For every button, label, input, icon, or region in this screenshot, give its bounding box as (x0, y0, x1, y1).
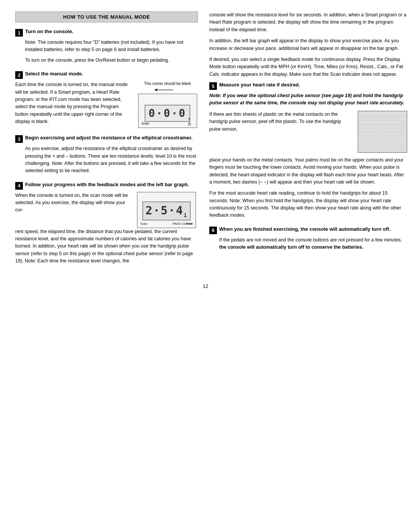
step2-image-area: This corner should be blank 0·0·0 Scan 🚶 (137, 81, 198, 128)
console-diagram2: 2·5·41 Scan Time PACE COACH (137, 192, 196, 228)
step5-bold-italic: Note: If you wear the optional chest pul… (209, 92, 407, 107)
console-diagram: 0·0·0 Scan 🚶 (138, 94, 197, 128)
step4-text: When the console is turned on, the scan … (15, 192, 133, 214)
step6-number: 6 (209, 227, 217, 234)
corner-label: This corner should be blank (144, 81, 191, 86)
page-number: 12 (15, 283, 396, 289)
step1-block: 1 Turn on the console. Note: The console… (15, 29, 198, 64)
step4-text-after: rent speed, the elapsed time, the distan… (15, 228, 198, 265)
step3-title: Begin exercising and adjust the resistan… (25, 135, 193, 141)
step6-para1-text: If the pedals are not moved and the cons… (219, 237, 402, 243)
step4-block: 4 Follow your progress with the feedback… (15, 182, 198, 265)
left-column: HOW TO USE THE MANUAL MODE 1 Turn on the… (15, 11, 198, 272)
step5-para-accurate: For the most accurate heart rate reading… (209, 190, 407, 219)
step3-para1: As you exercise, adjust the resistance o… (25, 145, 198, 175)
step2-text: Each time the console is turned on, the … (15, 81, 133, 125)
step2-block: 2 Select the manual mode. Each time the … (15, 71, 198, 128)
display-segment2: 2·5·41 (142, 201, 191, 220)
step4-number: 4 (15, 182, 23, 190)
step6-para1: If the pedals are not moved and the cons… (219, 236, 407, 251)
step2-inner: Each time the console is turned on, the … (15, 81, 198, 128)
step4-title: Follow your progress with the feedback m… (25, 182, 189, 187)
step3-content: As you exercise, adjust the resistance o… (25, 145, 198, 175)
right-para3: If desired, you can select a single feed… (209, 56, 407, 78)
step3-number: 3 (15, 135, 23, 143)
step5-block: 5 Measure your heart rate if desired. No… (209, 82, 407, 219)
step1-para2: To turn on the console, press the On/Res… (25, 57, 198, 64)
heart-text-after: place your hands on the metal contacts. … (209, 157, 407, 186)
scan-label2: Scan (140, 222, 147, 225)
heart-section: If there are thin sheets of plastic on t… (209, 111, 407, 153)
right-para1: console will show the resistance level f… (209, 11, 407, 34)
step1-title: Turn on the console. (25, 29, 73, 34)
svg-rect-2 (358, 111, 407, 152)
step3-block: 3 Begin exercising and adjust the resist… (15, 135, 198, 175)
step1-content: Note: The console requires four "D" batt… (25, 39, 198, 64)
step6-bold: the console will automatically turn off … (219, 244, 363, 250)
step5-number: 5 (209, 82, 217, 90)
heart-image: Metal Contacts (358, 111, 407, 153)
step4-inner: When the console is turned on, the scan … (15, 192, 198, 228)
display-segment: 0·0·0 (145, 105, 190, 122)
page-layout: HOW TO USE THE MANUAL MODE 1 Turn on the… (15, 11, 396, 272)
step1-para1: Note: The console requires four "D" batt… (25, 39, 198, 54)
svg-marker-1 (154, 88, 157, 91)
corner-arrow (150, 87, 188, 94)
person-icon: 🚶 (185, 118, 194, 126)
right-para2: In addition, the left bar graph will app… (209, 37, 407, 52)
step2-number: 2 (15, 71, 23, 79)
device-svg (358, 111, 407, 152)
right-column: console will show the resistance level f… (209, 11, 407, 272)
step5-title: Measure your heart rate if desired. (219, 82, 300, 88)
scan-label: Scan (142, 121, 150, 125)
step6-title: When you are finished exercising, the co… (219, 226, 390, 232)
section-header: HOW TO USE THE MANUAL MODE (15, 11, 198, 22)
step1-number: 1 (15, 29, 23, 37)
pace-coach-label: PACE COACH (173, 222, 193, 225)
step6-block: 6 When you are finished exercising, the … (209, 226, 407, 251)
step4-image-area: 2·5·41 Scan Time PACE COACH (137, 192, 198, 228)
step2-title: Select the manual mode. (25, 71, 83, 77)
heart-text-before: If there are thin sheets of plastic on t… (209, 111, 353, 133)
